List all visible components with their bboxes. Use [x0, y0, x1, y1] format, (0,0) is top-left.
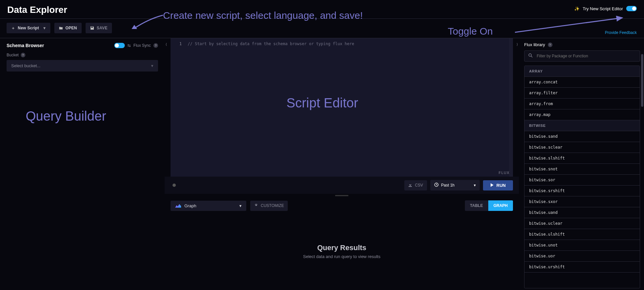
run-button[interactable]: RUN [483, 180, 513, 190]
open-label: OPEN [66, 26, 77, 30]
table-tab[interactable]: TABLE [465, 200, 488, 211]
try-new-editor-toggle[interactable] [626, 6, 637, 11]
resize-handle[interactable] [171, 194, 513, 197]
gear-icon [254, 203, 258, 208]
library-scrollbar[interactable] [641, 54, 643, 288]
visualization-label: Graph [184, 203, 196, 208]
save-icon [90, 26, 94, 30]
search-icon [528, 53, 533, 59]
try-new-editor: ✨ Try New Script Editor [574, 6, 637, 11]
csv-button[interactable]: CSV [404, 180, 427, 190]
collapse-left-handle[interactable]: ⟨ [164, 42, 169, 47]
flux-library-title: Flux library [524, 42, 545, 47]
library-category: ARRAY [524, 66, 640, 77]
center-panel: ⟨ ⟩ 1 // Start by selecting data from th… [165, 38, 519, 288]
library-item[interactable]: bitwise.sxor [524, 196, 640, 207]
chevron-down-icon: ▾ [151, 63, 153, 68]
graph-icon [175, 204, 181, 208]
library-item[interactable]: bitwise.snot [524, 164, 640, 175]
main-layout: Schema Browser ⇆ Flux Sync ? Bucket ? Se… [0, 38, 644, 288]
results-title: Query Results [317, 244, 366, 252]
sparkle-icon: ✨ [574, 6, 579, 11]
time-range-select[interactable]: Past 1h ▾ [430, 180, 480, 190]
library-item[interactable]: array.from [524, 99, 640, 109]
view-mode-segment: TABLE GRAPH [465, 200, 513, 211]
time-range-label: Past 1h [441, 183, 455, 188]
customize-button[interactable]: CUSTOMIZE [250, 201, 288, 211]
flux-sync-label: Flux Sync [133, 43, 151, 48]
chevron-down-icon: ▾ [43, 26, 45, 30]
sync-icon: ⇆ [127, 43, 131, 48]
bucket-select-placeholder: Select bucket... [11, 63, 40, 68]
library-item[interactable]: bitwise.sand [524, 131, 640, 142]
library-list[interactable]: ARRAYarray.concatarray.filterarray.froma… [524, 66, 640, 288]
plus-icon: ＋ [11, 26, 15, 30]
save-label: SAVE [97, 26, 108, 30]
editor-language-tag: FLUX [499, 171, 510, 175]
flux-sync-control: ⇆ Flux Sync ? [114, 43, 158, 48]
help-icon[interactable]: ? [548, 43, 552, 47]
play-icon [490, 183, 494, 188]
customize-label: CUSTOMIZE [261, 203, 284, 208]
results-subtitle: Select data and run query to view result… [303, 254, 381, 259]
script-editor[interactable]: 1 // Start by selecting data from the sc… [171, 38, 513, 177]
open-button[interactable]: OPEN [54, 23, 82, 33]
line-number: 1 [171, 42, 182, 46]
graph-tab[interactable]: GRAPH [488, 200, 513, 211]
page-title: Data Explorer [0, 0, 644, 18]
help-icon[interactable]: ? [153, 43, 158, 48]
library-item[interactable]: bitwise.srshift [524, 186, 640, 196]
svg-point-2 [529, 54, 531, 56]
bucket-label: Bucket [7, 53, 19, 57]
library-item[interactable]: array.map [524, 109, 640, 120]
library-item[interactable]: bitwise.ulshift [524, 229, 640, 240]
library-search[interactable] [524, 50, 640, 62]
results-body: Query Results Select data and run query … [165, 214, 519, 288]
new-script-label: New Script [18, 26, 39, 30]
editor-scrollbar[interactable] [509, 38, 513, 177]
flux-library-header: Flux library ? [524, 41, 640, 50]
library-search-input[interactable] [536, 53, 636, 59]
schema-browser-header: Schema Browser ⇆ Flux Sync ? [7, 41, 158, 51]
library-item[interactable]: array.concat [524, 77, 640, 88]
schema-browser-panel: Schema Browser ⇆ Flux Sync ? Bucket ? Se… [0, 38, 165, 288]
results-toolbar: Graph ▾ CUSTOMIZE TABLE GRAPH [165, 197, 519, 214]
chevron-down-icon: ▾ [239, 203, 242, 208]
visualization-select[interactable]: Graph ▾ [171, 201, 246, 211]
clock-icon [434, 183, 439, 188]
library-item[interactable]: bitwise.uor [524, 251, 640, 262]
editor-gutter: 1 [171, 38, 185, 177]
library-item[interactable]: bitwise.sor [524, 175, 640, 186]
csv-label: CSV [415, 183, 423, 188]
bucket-select[interactable]: Select bucket... ▾ [7, 60, 158, 72]
provide-feedback-link[interactable]: Provide Feedback [605, 30, 637, 35]
library-item[interactable]: bitwise.sclear [524, 142, 640, 153]
new-script-button[interactable]: ＋ New Script ▾ [7, 23, 50, 33]
toolbar: ＋ New Script ▾ OPEN SAVE [0, 19, 644, 38]
chevron-down-icon: ▾ [474, 183, 476, 188]
library-item[interactable]: bitwise.unot [524, 240, 640, 251]
library-item[interactable]: bitwise.uand [524, 207, 640, 218]
schema-browser-title: Schema Browser [7, 43, 44, 48]
library-item[interactable]: array.filter [524, 88, 640, 99]
library-category: BITWISE [524, 120, 640, 131]
library-item[interactable]: bitwise.uclear [524, 218, 640, 229]
save-button[interactable]: SAVE [86, 23, 112, 33]
editor-placeholder: // Start by selecting data from the sche… [188, 42, 513, 46]
download-icon [408, 183, 412, 188]
folder-icon [59, 26, 63, 30]
library-item[interactable]: bitwise.slshift [524, 153, 640, 164]
status-dot [173, 184, 176, 187]
run-label: RUN [496, 183, 506, 188]
flux-library-panel: Flux library ? ARRAYarray.concatarray.fi… [519, 38, 644, 288]
run-bar: CSV Past 1h ▾ RUN [165, 177, 519, 194]
help-icon[interactable]: ? [21, 53, 25, 57]
bucket-label-row: Bucket ? [7, 51, 158, 60]
try-new-editor-label: Try New Script Editor [583, 6, 623, 11]
library-item[interactable]: bitwise.urshift [524, 262, 640, 273]
flux-sync-toggle[interactable] [114, 43, 125, 48]
